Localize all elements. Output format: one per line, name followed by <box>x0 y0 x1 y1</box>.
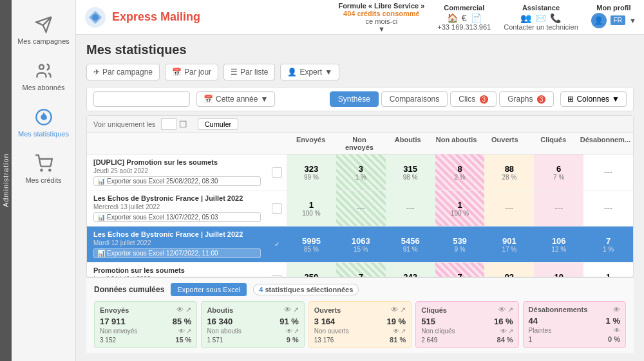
header-profile[interactable]: Mon profil 👤 FR ▼ <box>591 4 636 28</box>
tab-comparaisons[interactable]: Comparaisons <box>381 91 448 107</box>
cell-cliques-1: 6 7 % <box>534 154 583 190</box>
cum-card-desabo-icons: 👁 <box>613 306 620 313</box>
arrow-icon-4: ↗ <box>507 306 513 314</box>
cum-card-envoyes-icons: 👁 ↗ <box>176 306 191 314</box>
admin-label: Administration <box>0 0 12 361</box>
avatar: 👤 <box>591 13 607 28</box>
cell-non-aboutis-3: 539 9 % <box>435 227 485 262</box>
page-content: Mes statistiques ✈ Par campagne 📅 Par jo… <box>76 35 644 361</box>
header-commercial: Commercial 🏠 € 📄 +33 169.313.961 <box>437 4 491 31</box>
row-check-3[interactable]: ✓ <box>267 227 287 262</box>
row-check-1[interactable] <box>267 154 287 190</box>
main-content: Express Mailing Formule « Libre Service … <box>76 0 644 361</box>
columns-icon: ⊞ <box>567 95 574 104</box>
column-headers: Envoyés Non envoyés Aboutis Non aboutis … <box>87 133 633 154</box>
sidebar-item-abonnes[interactable]: Mes abonnés <box>12 53 75 99</box>
cell-desabo-1: --- <box>583 154 633 190</box>
cell-non-aboutis-2: 1 100 % <box>435 190 485 226</box>
sub-icons-4: 👁 ↗ <box>500 328 513 335</box>
table-row[interactable]: Les Echos de Bystronic France | Juillet … <box>87 190 633 227</box>
tab-par-campagne[interactable]: ✈ Par campagne <box>86 64 160 80</box>
cum-card-desabo: Désabonnements 👁 44 1 % Plaintes 👁 <box>523 301 626 348</box>
tab-clics[interactable]: Clics 3 <box>450 91 497 107</box>
cum-card-aboutis: Aboutis 👁 ↗ 16 340 91 % Non aboutis 👁 <box>201 301 304 348</box>
users-icon <box>33 60 54 81</box>
arrow-icon-3: ↗ <box>400 306 406 314</box>
svg-point-3 <box>41 169 42 171</box>
filter-bar: 📅 Cette année ▼ Synthèse Comparaisons Cl… <box>86 87 634 111</box>
header-assistance: Assistance 👥 ✉️ 📞 Contacter un technicie… <box>504 4 578 31</box>
export-badge-3[interactable]: 📊 Exporter sous Excel 12/07/2022, 11:00 <box>93 248 261 258</box>
cell-aboutis-1: 315 98 % <box>386 154 435 190</box>
sidebar-item-credits[interactable]: Mes crédits <box>12 145 75 192</box>
cum-card-ouverts-sub2: 13 176 81 % <box>314 336 406 344</box>
columns-button[interactable]: ⊞ Colonnes ▼ <box>560 91 627 107</box>
row-check-4[interactable] <box>267 263 287 277</box>
cart-icon <box>33 153 54 174</box>
commercial-icons: 🏠 € 📄 <box>447 13 482 23</box>
logo-text: Express Mailing <box>112 10 200 24</box>
table-row[interactable]: Les Echos de Bystronic France | Juillet … <box>87 227 633 263</box>
header-formula: Formule « Libre Service » 404 crédits co… <box>338 2 424 33</box>
svg-point-4 <box>49 169 50 171</box>
table-row[interactable]: Promotion sur les soumets Lundi 04 juill… <box>87 263 633 277</box>
cum-card-envoyes-sub2: 3 152 15 % <box>100 336 191 344</box>
tab-expert[interactable]: 👤 Expert ▼ <box>280 64 339 80</box>
cum-card-cliques-sub2: 2 649 84 % <box>421 336 513 344</box>
col-header-desabo: Désabonnem... <box>578 133 633 154</box>
users2-icon: 👥 <box>520 13 531 23</box>
chevron-down-icon: ▼ <box>629 17 636 24</box>
lang-button[interactable]: FR <box>611 15 625 25</box>
cum-card-desabo-sub2: 1 0 % <box>529 335 620 343</box>
svg-point-6 <box>92 14 99 21</box>
voir-input[interactable] <box>161 118 176 130</box>
tab-graphs[interactable]: Graphs 3 <box>499 91 554 107</box>
cell-non-aboutis-1: 8 2 % <box>435 154 485 190</box>
col-header-ouverts: Ouverts <box>480 133 529 154</box>
sidebar-item-statistiques[interactable]: Mes statistiques <box>12 99 75 145</box>
calendar-filter-icon: 📅 <box>204 95 213 104</box>
cumuler-button[interactable]: Cumuler <box>198 118 239 130</box>
cum-card-cliques-sub: Non cliqués 👁 ↗ <box>421 328 513 335</box>
row-check-2[interactable] <box>267 190 287 226</box>
cum-card-aboutis-header: Aboutis 👁 ↗ <box>207 306 298 314</box>
stats-selected-badge: 4 statistiques sélectionnées <box>253 284 359 295</box>
cell-ouverts-4: 92 27 % <box>484 263 534 277</box>
row-left-4: Promotion sur les soumets Lundi 04 juill… <box>87 263 267 277</box>
search-input[interactable] <box>93 91 190 107</box>
chevron-expert-icon: ▼ <box>325 68 332 77</box>
date-filter-button[interactable]: 📅 Cette année ▼ <box>196 91 275 107</box>
sub-icons-5: 👁 <box>614 327 620 334</box>
voir-checkbox-icon: ☐ <box>179 119 187 129</box>
export-excel-button[interactable]: Exporter sous Excel <box>171 283 247 296</box>
data-table: Voir uniquement les ☐ Cumuler Envoyés No… <box>86 115 634 277</box>
sidebar-item-campagnes[interactable]: Mes campagnes <box>12 6 75 53</box>
tab-synthese[interactable]: Synthèse <box>330 91 379 107</box>
arrow-icon: ↗ <box>185 306 191 314</box>
cumulative-grid: Envoyés 👁 ↗ 17 911 85 % Non envoyés 👁 <box>94 301 626 348</box>
tab-par-jour[interactable]: 📅 Par jour <box>165 64 218 80</box>
cum-card-aboutis-body: 16 340 91 % <box>207 317 298 326</box>
tab-par-liste[interactable]: ☰ Par liste <box>223 64 275 80</box>
eye-sub-icon-4: 👁 <box>500 328 507 335</box>
cell-cliques-2: --- <box>534 190 583 226</box>
eye-sub-icon: 👁 <box>178 328 185 335</box>
calendar-icon: 📅 <box>172 68 182 77</box>
cell-non-aboutis-4: 7 2 % <box>435 263 485 277</box>
sub-icons: 👁 ↗ <box>178 328 191 335</box>
table-row[interactable]: [DUPLIC] Promotion sur les soumets Jeudi… <box>87 154 633 190</box>
check-mark-checked: ✓ <box>272 239 282 250</box>
cell-envoyes-3: 5995 85 % <box>287 227 336 262</box>
top-header: Express Mailing Formule « Libre Service … <box>76 0 644 35</box>
cell-ouverts-2: --- <box>484 190 534 226</box>
export-badge-1[interactable]: 📊 Exporter sous Excel 25/08/2022, 08:30 <box>93 176 261 186</box>
cell-aboutis-4: 343 98 % <box>386 263 435 277</box>
table-options-row: Voir uniquement les ☐ Cumuler <box>87 116 633 133</box>
phone-icon: 📞 <box>550 13 561 23</box>
arrow-sub-icon-4: ↗ <box>508 328 513 335</box>
eye-icon-2: 👁 <box>284 306 291 314</box>
cum-card-cliques: Cliqués 👁 ↗ 515 16 % Non cliqués 👁 <box>415 301 518 348</box>
cell-desabo-2: --- <box>583 190 633 226</box>
row-left-1: [DUPLIC] Promotion sur les soumets Jeudi… <box>87 154 267 190</box>
export-badge-2[interactable]: 📊 Exporter sous Excel 13/07/2022, 05:03 <box>93 212 261 222</box>
